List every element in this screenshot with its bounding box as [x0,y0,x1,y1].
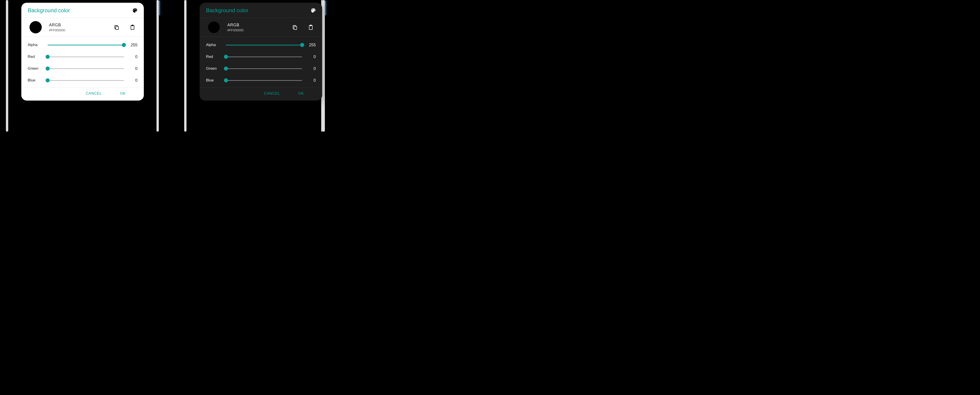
color-swatch[interactable] [30,21,42,33]
ok-button[interactable]: OK [298,91,304,96]
slider-value: 0 [124,54,137,59]
sliders-section: Alpha 255 Red 0 Green 0 [21,37,144,88]
slider-value: 0 [302,78,316,83]
argb-format-label: ARGB [227,23,285,27]
palette-icon[interactable] [132,8,138,13]
dialog-footer: CANCEL OK [200,88,322,100]
slider-row-green: Green 0 [28,63,137,75]
dialog-header: Background color [21,3,144,18]
blue-slider[interactable] [48,78,124,83]
slider-label: Blue [206,78,226,83]
red-slider[interactable] [48,54,124,59]
slider-value: 255 [124,43,137,48]
paste-button[interactable] [305,22,316,33]
argb-hex-value: #FF000000 [49,29,106,32]
svg-rect-5 [310,25,312,26]
argb-block: ARGB #FF000000 [49,23,106,32]
dialog-footer: CANCEL OK [21,88,144,100]
slider-label: Blue [28,78,48,83]
slider-label: Green [206,66,226,71]
copy-button[interactable] [111,22,122,33]
slider-row-green: Green 0 [206,63,316,75]
slider-row-alpha: Alpha 255 [206,39,316,51]
slider-value: 0 [302,66,316,71]
sliders-section: Alpha 255 Red 0 Green 0 [200,37,322,88]
svg-rect-2 [132,25,133,26]
cancel-button[interactable]: CANCEL [264,91,280,96]
color-picker-dialog-dark: Background color ARGB #FF000000 Alpha [200,3,322,100]
slider-label: Alpha [206,43,226,47]
green-slider[interactable] [48,66,124,71]
alpha-slider[interactable] [226,43,302,47]
blue-slider[interactable] [226,78,302,83]
slider-value: 255 [302,43,316,48]
red-slider[interactable] [226,54,302,59]
argb-format-label: ARGB [49,23,106,27]
slider-value: 0 [302,54,316,59]
argb-hex-value: #FF000000 [227,29,285,32]
ok-button[interactable]: OK [120,91,126,96]
slider-row-blue: Blue 0 [28,75,137,86]
slider-label: Alpha [28,43,48,47]
color-picker-dialog-light: Background color ARGB #FF000000 Alpha [21,3,144,100]
slider-label: Green [28,66,48,71]
svg-rect-3 [294,26,297,30]
slider-label: Red [28,54,48,59]
dialog-title: Background color [206,7,248,14]
argb-block: ARGB #FF000000 [227,23,285,32]
palette-icon[interactable] [310,8,316,13]
color-swatch[interactable] [208,21,220,33]
copy-button[interactable] [290,22,300,33]
green-slider[interactable] [226,66,302,71]
cancel-button[interactable]: CANCEL [86,91,102,96]
slider-label: Red [206,54,226,59]
alpha-slider[interactable] [48,43,124,47]
color-info-row: ARGB #FF000000 [21,18,144,37]
slider-row-red: Red 0 [206,51,316,63]
slider-row-alpha: Alpha 255 [28,39,137,51]
slider-value: 0 [124,66,137,71]
dialog-title: Background color [28,7,70,14]
svg-rect-0 [116,26,118,30]
dialog-header: Background color [200,3,322,18]
slider-row-blue: Blue 0 [206,75,316,86]
color-info-row: ARGB #FF000000 [200,18,322,37]
slider-row-red: Red 0 [28,51,137,63]
slider-value: 0 [124,78,137,83]
paste-button[interactable] [127,22,138,33]
